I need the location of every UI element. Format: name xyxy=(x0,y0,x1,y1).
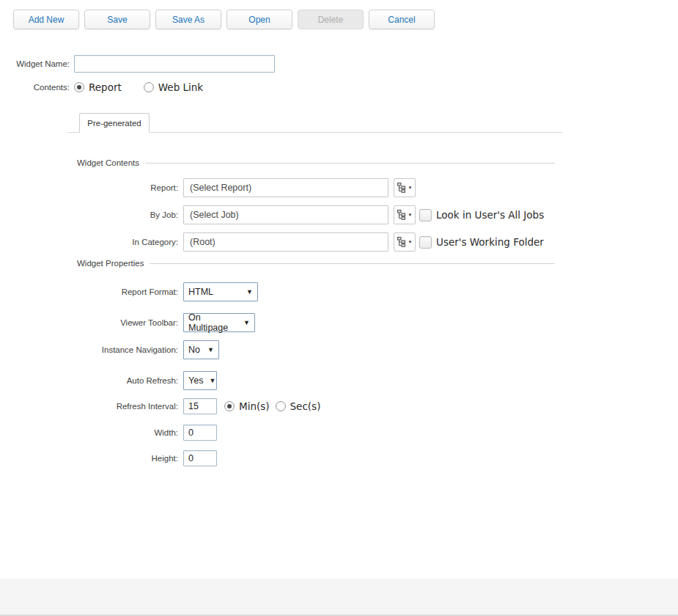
report-format-select[interactable]: HTML ▼ xyxy=(183,282,258,301)
footer-bar xyxy=(0,579,678,616)
refresh-interval-mins-radio-label[interactable]: Min(s) xyxy=(239,400,270,412)
contents-report-radio-label[interactable]: Report xyxy=(89,81,122,93)
users-working-folder-checkbox[interactable] xyxy=(419,236,432,249)
height-label: Height: xyxy=(0,454,178,463)
dropdown-arrow-icon: ▼ xyxy=(243,319,250,326)
open-button[interactable]: Open xyxy=(226,10,292,29)
widget-name-row: Widget Name: xyxy=(0,55,275,73)
in-category-label: In Category: xyxy=(0,238,178,246)
report-format-value: HTML xyxy=(188,287,213,297)
look-in-users-all-jobs-checkbox[interactable] xyxy=(419,209,432,221)
contents-label: Contents: xyxy=(0,83,70,92)
instance-navigation-label: Instance Navigation: xyxy=(0,345,178,354)
dropdown-arrow-icon: ▼ xyxy=(207,346,214,353)
contents-row: Contents: Report Web Link xyxy=(0,81,203,94)
refresh-interval-secs-radio-label[interactable]: Sec(s) xyxy=(290,400,321,412)
report-row: Report: ▼ xyxy=(0,178,416,197)
report-input[interactable] xyxy=(183,178,388,197)
report-label: Report: xyxy=(0,183,178,192)
refresh-interval-label: Refresh Interval: xyxy=(0,402,178,411)
delete-button: Delete xyxy=(298,10,364,29)
tree-picker-icon xyxy=(397,210,408,220)
refresh-interval-secs-radio[interactable] xyxy=(276,401,286,411)
in-category-tree-picker-button[interactable]: ▼ xyxy=(394,232,416,252)
cancel-button[interactable]: Cancel xyxy=(369,10,435,29)
auto-refresh-value: Yes xyxy=(188,375,203,386)
contents-report-radio[interactable] xyxy=(74,82,84,92)
by-job-row: By Job: ▼ Look in User's All Jobs xyxy=(0,205,544,224)
report-tree-picker-button[interactable]: ▼ xyxy=(394,178,416,197)
save-as-button[interactable]: Save As xyxy=(155,10,221,29)
widget-properties-section-header: Widget Properties xyxy=(77,259,555,268)
by-job-tree-picker-button[interactable]: ▼ xyxy=(394,205,416,224)
tab-pre-generated[interactable]: Pre-generated xyxy=(79,113,150,133)
report-format-label: Report Format: xyxy=(0,287,178,296)
picker-dropdown-arrow-icon: ▼ xyxy=(408,186,413,190)
width-input[interactable] xyxy=(183,425,217,441)
tree-picker-icon xyxy=(397,183,408,193)
users-working-folder-checkbox-label[interactable]: User's Working Folder xyxy=(436,236,544,248)
refresh-interval-input[interactable] xyxy=(183,398,217,414)
auto-refresh-row: Auto Refresh: Yes ▼ xyxy=(0,371,217,390)
viewer-toolbar-value: On Multipage xyxy=(188,312,237,333)
by-job-label: By Job: xyxy=(0,210,178,219)
viewer-toolbar-label: Viewer Toolbar: xyxy=(0,318,178,327)
auto-refresh-select[interactable]: Yes ▼ xyxy=(183,371,217,390)
tree-picker-icon xyxy=(397,237,408,247)
report-format-row: Report Format: HTML ▼ xyxy=(0,282,258,301)
in-category-input[interactable] xyxy=(183,232,388,252)
look-in-users-all-jobs-checkbox-label[interactable]: Look in User's All Jobs xyxy=(436,209,544,221)
refresh-interval-row: Refresh Interval: Min(s) Sec(s) xyxy=(0,397,320,415)
picker-dropdown-arrow-icon: ▼ xyxy=(408,213,413,217)
contents-web-link-radio[interactable] xyxy=(144,82,154,92)
by-job-input[interactable] xyxy=(183,205,388,224)
tab-strip: Pre-generated xyxy=(67,112,562,133)
section-divider xyxy=(150,263,555,264)
dropdown-arrow-icon: ▼ xyxy=(246,288,253,296)
viewer-toolbar-row: Viewer Toolbar: On Multipage ▼ xyxy=(0,313,255,332)
height-input[interactable] xyxy=(183,450,217,466)
widget-contents-section-title: Widget Contents xyxy=(77,158,139,167)
save-button[interactable]: Save xyxy=(84,10,150,29)
instance-navigation-row: Instance Navigation: No ▼ xyxy=(0,340,219,359)
widget-name-input[interactable] xyxy=(74,55,275,73)
viewer-toolbar-select[interactable]: On Multipage ▼ xyxy=(183,313,255,332)
height-row: Height: xyxy=(0,450,217,467)
widget-name-label: Widget Name: xyxy=(0,59,70,68)
in-category-row: In Category: ▼ User's Working Folder xyxy=(0,232,544,252)
widget-properties-section-title: Widget Properties xyxy=(77,259,144,268)
add-new-button[interactable]: Add New xyxy=(13,10,79,29)
width-row: Width: xyxy=(0,424,217,441)
contents-web-link-radio-label[interactable]: Web Link xyxy=(158,81,203,93)
refresh-interval-mins-radio[interactable] xyxy=(224,401,235,411)
section-divider xyxy=(145,163,555,164)
widget-contents-section-header: Widget Contents xyxy=(77,158,555,167)
dropdown-arrow-icon: ▼ xyxy=(209,377,215,384)
instance-navigation-value: No xyxy=(188,345,200,355)
instance-navigation-select[interactable]: No ▼ xyxy=(183,340,219,359)
picker-dropdown-arrow-icon: ▼ xyxy=(408,240,413,244)
toolbar: Add New Save Save As Open Delete Cancel xyxy=(13,10,435,29)
auto-refresh-label: Auto Refresh: xyxy=(0,376,178,385)
width-label: Width: xyxy=(0,428,178,437)
